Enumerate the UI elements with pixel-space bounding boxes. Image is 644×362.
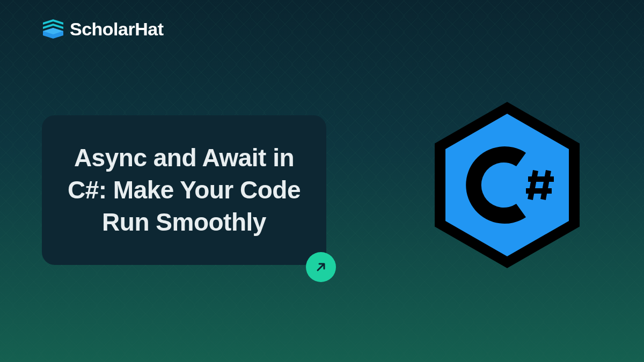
csharp-logo <box>419 97 596 274</box>
brand-logo: ScholarHat <box>42 19 164 40</box>
page-title: Async and Await in C#: Make Your Code Ru… <box>61 142 308 238</box>
title-card: Async and Await in C#: Make Your Code Ru… <box>42 115 326 265</box>
arrow-badge <box>306 252 336 282</box>
arrow-up-right-icon <box>314 261 327 274</box>
brand-name: ScholarHat <box>70 19 164 40</box>
scholarhat-icon <box>42 19 64 40</box>
